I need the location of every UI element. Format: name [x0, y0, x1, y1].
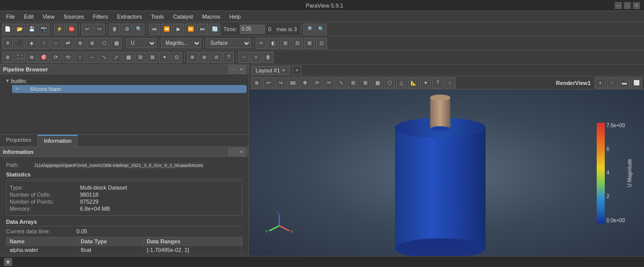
- layout-btn3[interactable]: ▬: [619, 77, 630, 88]
- menu-help[interactable]: Help: [225, 13, 245, 21]
- tb3-trash[interactable]: 🗑: [263, 52, 274, 63]
- play-button[interactable]: ▶: [173, 24, 184, 35]
- rotate-btn[interactable]: ⟳: [311, 77, 323, 88]
- layout-maximize[interactable]: ⬜: [631, 77, 642, 88]
- reset-camera-btn[interactable]: ⊕: [251, 77, 262, 88]
- tb3-btn12[interactable]: ⊞: [135, 52, 146, 63]
- time-input[interactable]: [240, 25, 265, 34]
- tb3-btn7[interactable]: ↕: [74, 52, 86, 63]
- layout-tab[interactable]: Layout #1 ✕: [251, 66, 290, 75]
- menu-sources[interactable]: Sources: [59, 13, 88, 21]
- prev-frame-button[interactable]: ⏪: [161, 24, 172, 35]
- statusbar-center-btn[interactable]: ⬟: [4, 258, 12, 266]
- save-screenshot-button[interactable]: 📷: [38, 24, 49, 35]
- tb2-btn8[interactable]: ⊗: [87, 38, 98, 49]
- tb2-extra3[interactable]: ⊞: [280, 38, 291, 49]
- tb3-btn10[interactable]: ⤢: [111, 52, 122, 63]
- connect-button[interactable]: ⚡: [54, 24, 65, 35]
- tb2-btn7[interactable]: ⊕: [74, 38, 86, 49]
- pipeline-source-item[interactable]: 👁 64core.foam: [12, 85, 247, 93]
- tb2-extra4[interactable]: ⊟: [292, 38, 303, 49]
- tb2-extra1[interactable]: ✂: [256, 38, 267, 49]
- menu-macros[interactable]: Macros: [198, 13, 224, 21]
- tb3-btn1[interactable]: ⊕: [2, 52, 13, 63]
- last-frame-button[interactable]: ⏭: [197, 24, 208, 35]
- add-layout-button[interactable]: +: [292, 66, 301, 75]
- interact-btn[interactable]: ↕: [444, 77, 455, 88]
- thresh-btn[interactable]: △: [396, 77, 407, 88]
- query-btn[interactable]: ?: [432, 77, 443, 88]
- menu-edit[interactable]: Edit: [20, 13, 38, 21]
- tb3-btn8[interactable]: ↔: [87, 52, 98, 63]
- zoom-out-button[interactable]: 🔍: [315, 24, 327, 35]
- tb2-btn6[interactable]: ⇄: [62, 38, 73, 49]
- tb3-btn13[interactable]: ⊠: [147, 52, 158, 63]
- menu-tools[interactable]: Tools: [147, 13, 168, 21]
- loop-button[interactable]: 🔄: [209, 24, 220, 35]
- measure-btn[interactable]: 📐: [408, 77, 419, 88]
- tb3-btn2[interactable]: ⛶: [14, 52, 25, 63]
- tb2-btn4[interactable]: ↕: [38, 38, 49, 49]
- viewport[interactable]: X Y Z 7.6e+00 6 4 2 0.0e+00 U Magnitude: [249, 90, 644, 256]
- tb2-extra6[interactable]: ⊡: [316, 38, 327, 49]
- probe-btn[interactable]: ✦: [420, 77, 431, 88]
- open-button[interactable]: 📂: [14, 24, 25, 35]
- tb2-extra2[interactable]: ◐: [268, 38, 279, 49]
- tb3-btn17[interactable]: ⊗: [199, 52, 210, 63]
- tb2-btn2[interactable]: ⬛: [14, 38, 25, 49]
- component-select[interactable]: Magnitu...: [161, 38, 201, 48]
- disconnect-button[interactable]: ⛔: [66, 24, 77, 35]
- new-button[interactable]: 📄: [2, 24, 13, 35]
- tb3-btn3[interactable]: ⊗: [26, 52, 37, 63]
- close-button[interactable]: ✕: [633, 2, 640, 9]
- tb3-btn4[interactable]: 🎯: [38, 52, 49, 63]
- pipeline-minimize-btn[interactable]: −: [228, 65, 236, 73]
- tb2-btn10[interactable]: ▦: [111, 38, 122, 49]
- redo-button[interactable]: ↪: [94, 24, 105, 35]
- tb3-btn5[interactable]: ⟳: [50, 52, 61, 63]
- filter-search-button[interactable]: 🔍: [133, 24, 144, 35]
- menu-file[interactable]: File: [2, 13, 19, 21]
- pipeline-close-btn[interactable]: ✕: [237, 65, 246, 73]
- undo-button[interactable]: ↩: [82, 24, 93, 35]
- camera-3d-btn[interactable]: 3D: [287, 77, 298, 88]
- tb3-btn18[interactable]: ⊘: [211, 52, 222, 63]
- tb2-btn1[interactable]: ☀: [2, 38, 13, 49]
- menu-view[interactable]: View: [39, 13, 59, 21]
- delete-button[interactable]: 🗑: [109, 24, 120, 35]
- info-close-btn[interactable]: ✕: [237, 148, 246, 156]
- menu-catalyst[interactable]: Catalyst: [169, 13, 197, 21]
- tb2-btn9[interactable]: ⬡: [99, 38, 110, 49]
- select-cells-btn[interactable]: ⊠: [360, 77, 371, 88]
- tb2-btn3[interactable]: ◈: [26, 38, 37, 49]
- eye-icon[interactable]: 👁: [14, 86, 20, 92]
- rotate2-btn[interactable]: ⤡: [336, 77, 347, 88]
- layout-btn1[interactable]: ▪: [595, 77, 606, 88]
- select-poly-btn[interactable]: ⬡: [384, 77, 395, 88]
- select-block-btn[interactable]: ▦: [372, 77, 383, 88]
- menu-extractors[interactable]: Extractors: [113, 13, 146, 21]
- pick-btn[interactable]: ✥: [299, 77, 310, 88]
- clip-btn[interactable]: ✂: [324, 77, 335, 88]
- tb3-btn6[interactable]: ⟲: [62, 52, 73, 63]
- next-frame-button[interactable]: ⏩: [185, 24, 196, 35]
- tb2-btn5[interactable]: ↔: [50, 38, 61, 49]
- save-button[interactable]: 💾: [26, 24, 37, 35]
- variable-select[interactable]: U: [126, 38, 156, 48]
- tb3-btn9[interactable]: ⤡: [99, 52, 110, 63]
- info-minimize-btn[interactable]: −: [228, 148, 236, 156]
- undo-camera-btn[interactable]: ↩: [263, 77, 274, 88]
- tab-properties[interactable]: Properties: [0, 135, 38, 146]
- settings-button[interactable]: ⚙: [121, 24, 132, 35]
- representation-select[interactable]: Surface: [206, 38, 251, 48]
- tb2-extra5[interactable]: ⊠: [304, 38, 315, 49]
- redo-camera-btn[interactable]: ↪: [275, 77, 286, 88]
- maximize-button[interactable]: □: [624, 2, 631, 9]
- tb3-btn16[interactable]: ⊕: [187, 52, 198, 63]
- tb3-btn15[interactable]: ⊡: [171, 52, 182, 63]
- menu-filters[interactable]: Filters: [89, 13, 112, 21]
- tb3-minus[interactable]: −: [238, 52, 250, 63]
- tb3-btn19[interactable]: ?: [223, 52, 234, 63]
- tb3-btn11[interactable]: ▦: [123, 52, 134, 63]
- layout-btn2[interactable]: ▫: [607, 77, 618, 88]
